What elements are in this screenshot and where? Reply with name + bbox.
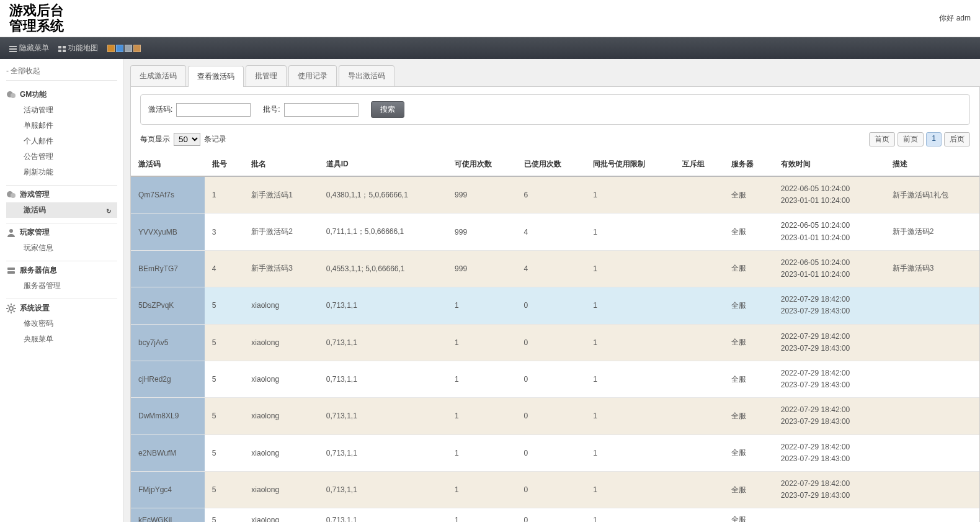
table-row[interactable]: YVVXyuMB3新手激活码20,711,1,1；5,0,66666,19994… bbox=[131, 214, 979, 250]
sidebar-group-header[interactable]: 服务器信息 bbox=[6, 263, 117, 278]
column-header[interactable]: 批名 bbox=[244, 153, 318, 176]
sitemap-button[interactable]: 功能地图 bbox=[58, 43, 98, 53]
batch-label: 批号: bbox=[263, 104, 280, 115]
table-row[interactable]: e2NBWufM5xiaolong0,713,1,1101全服2022-07-2… bbox=[131, 434, 979, 471]
sidebar-item[interactable]: 激活码↻ bbox=[6, 202, 117, 218]
pager-current[interactable]: 1 bbox=[926, 132, 942, 146]
sidebar-item[interactable]: 修改密码 bbox=[6, 316, 117, 331]
valid-time: 2023-07-29 18:43:00 bbox=[781, 343, 878, 354]
column-header[interactable]: 同批号使用限制 bbox=[586, 153, 674, 176]
column-header[interactable]: 已使用次数 bbox=[517, 153, 586, 176]
sidebar-group-header[interactable]: 游戏管理 bbox=[6, 187, 117, 202]
table-row[interactable]: Qm7SAf7s1新手激活码10,4380,1,1；5,0,66666,1999… bbox=[131, 176, 979, 214]
sidebar-item[interactable]: 单服邮件 bbox=[6, 118, 117, 133]
greeting-text: 你好 adm bbox=[939, 13, 971, 24]
column-header[interactable]: 描述 bbox=[885, 153, 979, 176]
tab[interactable]: 批管理 bbox=[246, 65, 287, 86]
table-cell: xiaolong bbox=[244, 361, 318, 397]
table-row[interactable]: cjHRed2g5xiaolong0,713,1,1101全服2022-07-2… bbox=[131, 361, 979, 397]
pager-next[interactable]: 后页 bbox=[944, 132, 970, 146]
grid-icon bbox=[58, 45, 66, 52]
code-input[interactable] bbox=[176, 103, 251, 117]
sidebar-group-header[interactable]: 系统设置 bbox=[6, 300, 117, 316]
sidebar-item[interactable]: 个人邮件 bbox=[6, 133, 117, 149]
table-row[interactable]: kEcWGKiL5xiaolong0,713,1,1101全服 bbox=[131, 508, 979, 522]
sidebar-group-title: GM功能 bbox=[20, 89, 47, 100]
svg-rect-10 bbox=[7, 271, 15, 274]
table-cell: 0,713,1,1 bbox=[319, 472, 447, 508]
table-cell: 0,711,1,1；5,0,66666,1 bbox=[319, 214, 447, 250]
table-cell bbox=[675, 361, 724, 397]
sidebar-group-header[interactable]: 玩家管理 bbox=[6, 225, 117, 240]
theme-swatch[interactable] bbox=[107, 45, 115, 52]
valid-time: 2023-01-01 10:24:00 bbox=[781, 269, 878, 281]
table-cell: 5 bbox=[205, 287, 244, 324]
theme-swatch[interactable] bbox=[116, 45, 123, 52]
sidebar-group-title: 玩家管理 bbox=[20, 227, 50, 238]
logo-line1: 游戏后台 bbox=[9, 3, 64, 18]
tab[interactable]: 生成激活码 bbox=[130, 65, 186, 86]
svg-rect-2 bbox=[58, 50, 61, 52]
column-header[interactable]: 互斥组 bbox=[675, 153, 724, 176]
column-header[interactable]: 道具ID bbox=[319, 153, 447, 176]
sidebar-item[interactable]: 玩家信息 bbox=[6, 240, 117, 256]
table-cell: 0 bbox=[517, 287, 586, 324]
theme-swatch[interactable] bbox=[133, 45, 141, 52]
table-cell: 0,713,1,1 bbox=[319, 361, 447, 397]
gear-icon bbox=[6, 304, 16, 313]
app-logo: 游戏后台 管理系统 bbox=[9, 3, 64, 33]
sidebar-group-title: 服务器信息 bbox=[20, 265, 57, 276]
valid-time: 2022-07-29 18:42:00 bbox=[781, 367, 878, 379]
table-cell: 0,4380,1,1；5,0,66666,1 bbox=[319, 176, 447, 214]
table-cell: cjHRed2g bbox=[131, 361, 205, 397]
sidebar-group-title: 系统设置 bbox=[20, 303, 50, 313]
table-cell bbox=[675, 434, 724, 471]
sidebar-item[interactable]: 央服菜单 bbox=[6, 331, 117, 347]
sidebar-group-header[interactable]: GM功能 bbox=[6, 87, 117, 102]
table-cell: 1 bbox=[586, 324, 674, 361]
table-cell: 4 bbox=[205, 250, 244, 287]
table-row[interactable]: BEmRyTG74新手激活码30,4553,1,1; 5,0,66666,199… bbox=[131, 250, 979, 287]
pager-first[interactable]: 首页 bbox=[869, 132, 895, 146]
valid-time: 2023-07-29 18:43:00 bbox=[781, 305, 878, 317]
tab-bar: 生成激活码查看激活码批管理使用记录导出激活码 bbox=[130, 65, 980, 87]
table-row[interactable]: bcy7jAv55xiaolong0,713,1,1101全服2022-07-2… bbox=[131, 324, 979, 361]
table-cell: 0 bbox=[517, 508, 586, 522]
table-cell: 1 bbox=[586, 287, 674, 324]
tab[interactable]: 查看激活码 bbox=[188, 66, 244, 87]
table-cell bbox=[675, 250, 724, 287]
pager-prev[interactable]: 前页 bbox=[898, 132, 924, 146]
column-header[interactable]: 可使用次数 bbox=[447, 153, 517, 176]
search-form: 激活码: 批号: 搜索 bbox=[140, 94, 970, 125]
column-header[interactable]: 批号 bbox=[205, 153, 244, 176]
top-toolbar: 隐藏菜单 功能地图 bbox=[0, 37, 980, 59]
table-cell: 2022-07-29 18:42:002023-07-29 18:43:00 bbox=[773, 434, 885, 471]
table-cell: 0,713,1,1 bbox=[319, 398, 447, 434]
column-header[interactable]: 服务器 bbox=[724, 153, 773, 176]
table-row[interactable]: 5DsZPvqK5xiaolong0,713,1,1101全服2022-07-2… bbox=[131, 287, 979, 324]
column-header[interactable]: 有效时间 bbox=[773, 153, 885, 176]
table-row[interactable]: FMjpYgc45xiaolong0,713,1,1101全服2022-07-2… bbox=[131, 472, 979, 508]
perpage-select[interactable]: 50 bbox=[174, 133, 200, 146]
hide-menu-button[interactable]: 隐藏菜单 bbox=[9, 43, 49, 53]
table-cell: 全服 bbox=[724, 176, 773, 214]
sidebar-item[interactable]: 活动管理 bbox=[6, 102, 117, 118]
valid-time: 2023-07-29 18:43:00 bbox=[781, 379, 878, 391]
column-header[interactable]: 激活码 bbox=[131, 153, 205, 176]
sidebar-item[interactable]: 刷新功能 bbox=[6, 164, 117, 180]
sidebar-item[interactable]: 公告管理 bbox=[6, 149, 117, 164]
tab[interactable]: 使用记录 bbox=[288, 65, 337, 86]
sidebar-item[interactable]: 服务器管理 bbox=[6, 278, 117, 294]
valid-time: 2022-06-05 10:24:00 bbox=[781, 183, 878, 195]
table-cell bbox=[675, 398, 724, 434]
table-cell: 0 bbox=[517, 361, 586, 397]
refresh-icon[interactable]: ↻ bbox=[107, 206, 111, 215]
collapse-all-button[interactable]: - 全部收起 bbox=[6, 62, 117, 81]
search-button[interactable]: 搜索 bbox=[371, 101, 404, 118]
table-row[interactable]: DwMm8XL95xiaolong0,713,1,1101全服2022-07-2… bbox=[131, 398, 979, 434]
theme-swatch[interactable] bbox=[125, 45, 132, 52]
batch-input[interactable] bbox=[284, 103, 359, 117]
tab[interactable]: 导出激活码 bbox=[339, 65, 394, 86]
pager: 首页 前页 1 后页 bbox=[869, 132, 970, 146]
table-cell: 1 bbox=[447, 398, 517, 434]
